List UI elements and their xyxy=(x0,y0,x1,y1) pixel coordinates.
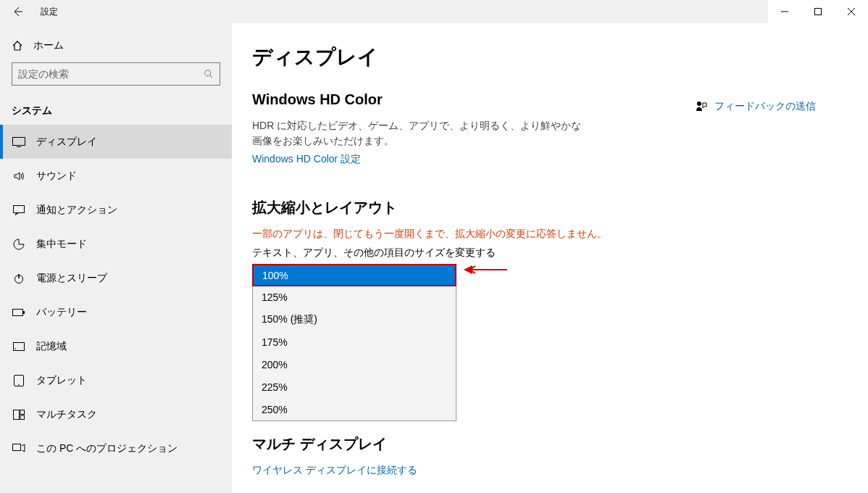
feedback-icon xyxy=(696,101,707,112)
sidebar-item-label: この PC へのプロジェクション xyxy=(36,442,178,455)
power-icon xyxy=(12,273,26,284)
search-icon xyxy=(204,69,214,79)
svg-point-8 xyxy=(14,348,16,349)
sidebar-item-display[interactable]: ディスプレイ xyxy=(0,125,232,159)
window-controls xyxy=(768,0,868,23)
sidebar-item-power[interactable]: 電源とスリープ xyxy=(0,261,232,295)
sidebar-item-label: マルチタスク xyxy=(36,408,97,421)
sidebar-item-label: 通知とアクション xyxy=(36,204,117,217)
svg-rect-2 xyxy=(13,137,25,145)
sidebar-item-label: 集中モード xyxy=(36,238,87,251)
multitask-icon xyxy=(12,410,26,420)
maximize-button[interactable] xyxy=(801,0,835,23)
maximize-icon xyxy=(814,8,822,15)
focus-icon xyxy=(12,239,26,250)
sidebar-item-label: サウンド xyxy=(36,170,77,183)
hdcolor-link[interactable]: Windows HD Color 設定 xyxy=(252,153,361,166)
close-icon xyxy=(848,8,855,15)
annotation-arrow xyxy=(464,265,507,274)
window-title: 設定 xyxy=(41,6,58,18)
home-label: ホーム xyxy=(33,39,64,52)
home-icon xyxy=(12,40,23,51)
dropdown-option[interactable]: 250% xyxy=(253,398,456,420)
dropdown-option[interactable]: 150% (推奨) xyxy=(253,308,456,331)
sound-icon xyxy=(12,170,26,182)
notifications-icon xyxy=(12,205,26,215)
search-input-wrapper[interactable] xyxy=(12,62,220,86)
svg-rect-13 xyxy=(20,415,25,420)
main-content: フィードバックの送信 ディスプレイ Windows HD Color HDR に… xyxy=(232,23,868,493)
svg-rect-12 xyxy=(20,410,25,414)
tablet-icon xyxy=(12,375,26,386)
multidisplay-heading: マルチ ディスプレイ xyxy=(252,434,848,454)
svg-point-1 xyxy=(205,70,211,76)
svg-rect-7 xyxy=(14,342,25,350)
sidebar-item-notifications[interactable]: 通知とアクション xyxy=(0,193,232,227)
dropdown-option-selected[interactable]: 100% xyxy=(252,264,456,286)
arrow-left-icon xyxy=(12,6,23,17)
titlebar: 設定 xyxy=(0,0,868,23)
scale-warning: 一部のアプリは、閉じてもう一度開くまで、拡大縮小の変更に応答しません。 xyxy=(252,228,848,241)
page-title: ディスプレイ xyxy=(252,44,848,71)
sidebar-section-label: システム xyxy=(0,94,232,125)
battery-icon xyxy=(12,309,26,316)
sidebar-item-battery[interactable]: バッテリー xyxy=(0,295,232,329)
storage-icon xyxy=(12,342,26,351)
sidebar-item-tablet[interactable]: タブレット xyxy=(0,363,232,397)
feedback-label: フィードバックの送信 xyxy=(714,100,816,113)
minimize-icon xyxy=(781,8,788,15)
dropdown-option[interactable]: 225% xyxy=(253,376,456,398)
svg-rect-0 xyxy=(815,9,822,15)
sidebar-item-label: バッテリー xyxy=(36,306,87,319)
sidebar-item-projection[interactable]: この PC へのプロジェクション xyxy=(0,431,232,465)
search-input[interactable] xyxy=(18,68,204,80)
sidebar-item-label: 電源とスリープ xyxy=(36,272,107,285)
sidebar-item-label: ディスプレイ xyxy=(36,136,97,149)
svg-rect-6 xyxy=(23,311,25,314)
sidebar: ホーム システム ディスプレイ サウンド xyxy=(0,23,232,493)
minimize-button[interactable] xyxy=(768,0,801,23)
hdcolor-desc: HDR に対応したビデオ、ゲーム、アプリで、より明るく、より鮮やかな画像をお楽し… xyxy=(252,118,585,149)
sidebar-item-label: タブレット xyxy=(36,374,87,387)
dropdown-option[interactable]: 175% xyxy=(253,331,456,353)
svg-point-15 xyxy=(697,102,701,106)
arrow-left-red-icon xyxy=(464,265,507,274)
scale-dropdown[interactable]: 100% 125% 150% (推奨) 175% 200% 225% 250% xyxy=(252,264,456,421)
sidebar-item-sound[interactable]: サウンド xyxy=(0,159,232,193)
sidebar-item-label: 記憶域 xyxy=(36,340,67,353)
svg-rect-14 xyxy=(13,444,21,450)
svg-rect-5 xyxy=(13,309,23,315)
sidebar-item-storage[interactable]: 記憶域 xyxy=(0,329,232,363)
dropdown-option[interactable]: 125% xyxy=(253,286,456,308)
wireless-display-link[interactable]: ワイヤレス ディスプレイに接続する xyxy=(252,464,417,477)
sidebar-item-focus[interactable]: 集中モード xyxy=(0,227,232,261)
feedback-link[interactable]: フィードバックの送信 xyxy=(696,100,816,113)
scale-heading: 拡大縮小とレイアウト xyxy=(252,198,848,218)
display-icon xyxy=(12,137,26,147)
sidebar-item-multitask[interactable]: マルチタスク xyxy=(0,397,232,431)
back-button[interactable] xyxy=(0,0,35,23)
svg-rect-3 xyxy=(14,205,25,212)
home-button[interactable]: ホーム xyxy=(0,32,232,59)
scale-label: テキスト、アプリ、その他の項目のサイズを変更する xyxy=(252,246,848,260)
projection-icon xyxy=(12,444,26,454)
svg-rect-11 xyxy=(14,410,20,419)
svg-point-10 xyxy=(18,384,20,385)
close-button[interactable] xyxy=(835,0,868,23)
dropdown-option[interactable]: 200% xyxy=(253,353,456,376)
